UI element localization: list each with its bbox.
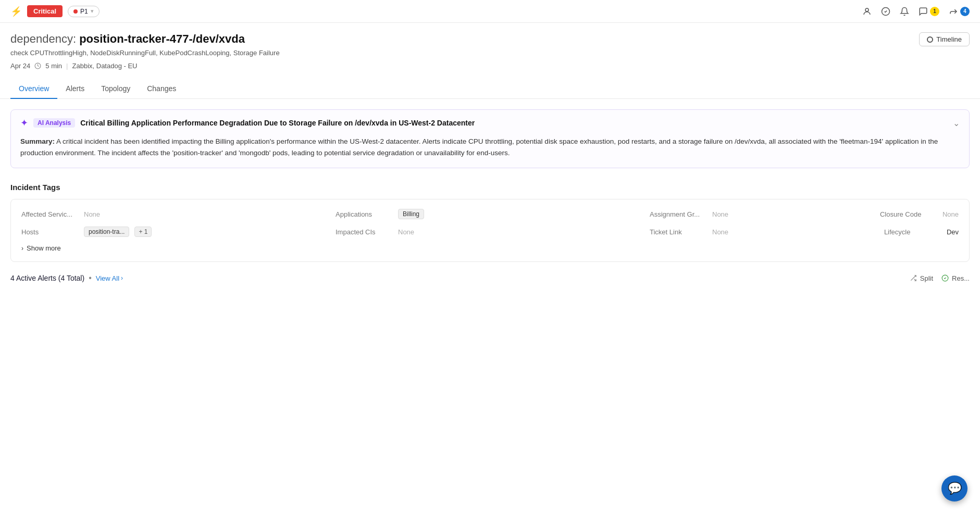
chevron-right-icon-2: ›: [121, 274, 123, 282]
severity-badge: Critical: [27, 5, 63, 17]
tag-label-hosts: Hosts: [21, 228, 79, 236]
split-button[interactable]: Split: [910, 274, 933, 282]
tag-value-assignment: None: [712, 210, 728, 218]
toolbar-right: 1 4: [862, 7, 970, 16]
timeline-button[interactable]: Timeline: [919, 32, 970, 46]
incident-prefix: dependency:: [10, 32, 76, 45]
incident-title: dependency: position-tracker-477-/dev/xv…: [10, 32, 280, 46]
priority-chevron: ▾: [91, 8, 94, 15]
tag-affected-services: Affected Servic... None: [21, 209, 330, 219]
tag-value-closure: None: [942, 210, 959, 218]
tag-ticket-link: Ticket Link None Lifecycle Dev: [650, 227, 959, 237]
timeline-icon: [927, 36, 933, 43]
priority-label: P1: [80, 8, 88, 15]
alerts-bar: 4 Active Alerts (4 Total) • View All › S…: [10, 273, 970, 283]
view-all-label: View All: [96, 274, 119, 282]
tag-impacted-cis: Impacted CIs None: [336, 227, 644, 237]
tag-label-applications: Applications: [336, 210, 393, 218]
summary-label: Summary:: [20, 137, 55, 145]
resolve-icon: [941, 274, 949, 282]
split-icon: [910, 274, 917, 282]
comment-icon: [919, 7, 928, 16]
ai-badge: AI Analysis: [33, 118, 75, 128]
view-all-link[interactable]: View All ›: [96, 274, 123, 282]
assign-button[interactable]: [862, 7, 872, 16]
timeline-label: Timeline: [936, 35, 962, 43]
tag-value-ticket: None: [712, 228, 728, 236]
tag-label-impacted: Impacted CIs: [336, 228, 393, 236]
incident-date: Apr 24: [10, 62, 30, 70]
resolve-button[interactable]: Res...: [941, 274, 970, 282]
tag-value-affected: None: [84, 210, 100, 218]
tag-chip-host: position-tra...: [84, 227, 129, 237]
dot-separator: •: [89, 273, 92, 283]
top-bar: ⚡ Critical P1 ▾ 1 4: [0, 0, 980, 23]
alerts-left: 4 Active Alerts (4 Total) • View All ›: [10, 273, 123, 283]
alerts-summary: 4 Active Alerts (4 Total): [10, 274, 84, 282]
tag-assignment: Assignment Gr... None Closure Code None: [650, 209, 959, 219]
tab-topology[interactable]: Topology: [93, 79, 139, 99]
share-button[interactable]: 4: [949, 7, 970, 16]
acknowledge-button[interactable]: [881, 7, 890, 16]
show-more-button[interactable]: › Show more: [21, 244, 959, 252]
ai-card-body: Summary: A critical incident has been id…: [11, 136, 969, 168]
resolve-label: Res...: [952, 274, 970, 282]
tag-label-assignment: Assignment Gr...: [650, 210, 707, 218]
incident-subtitle: check CPUThrottlingHigh, NodeDiskRunning…: [10, 49, 280, 57]
incident-meta: Apr 24 5 min | Zabbix, Datadog - EU: [10, 62, 280, 70]
bell-button[interactable]: [900, 7, 909, 16]
tag-label-lifecycle: Lifecycle: [884, 228, 941, 236]
tab-overview[interactable]: Overview: [10, 79, 57, 99]
tags-container: Affected Servic... None Applications Bil…: [10, 199, 970, 262]
tag-label-closure: Closure Code: [880, 210, 937, 218]
priority-badge[interactable]: P1 ▾: [68, 6, 100, 17]
incident-duration: 5 min: [45, 62, 62, 70]
tag-label-affected: Affected Servic...: [21, 210, 79, 218]
ai-analysis-card: ✦ AI Analysis Critical Billing Applicati…: [10, 109, 970, 168]
tab-changes[interactable]: Changes: [139, 79, 184, 99]
priority-dot: [73, 9, 78, 14]
incident-header: dependency: position-tracker-477-/dev/xv…: [0, 23, 980, 74]
incident-sources: Zabbix, Datadog - EU: [72, 62, 138, 70]
tag-chip-more: + 1: [134, 227, 152, 237]
lightning-icon: ⚡: [10, 6, 22, 17]
person-icon: [862, 7, 872, 16]
sparkle-icon: ✦: [20, 117, 28, 129]
tag-hosts: Hosts position-tra... + 1: [21, 227, 330, 237]
summary-text: A critical incident has been identified …: [20, 137, 938, 157]
bell-icon: [900, 7, 909, 16]
main-content: ✦ AI Analysis Critical Billing Applicati…: [0, 99, 980, 298]
check-circle-icon: [881, 7, 890, 16]
tag-applications: Applications Billing: [336, 209, 644, 219]
tabs-container: Overview Alerts Topology Changes: [0, 79, 980, 99]
svg-point-0: [865, 8, 869, 11]
clock-icon: [34, 62, 41, 69]
incident-tags-title: Incident Tags: [10, 183, 970, 192]
comment-count: 1: [930, 7, 939, 16]
incident-name: position-tracker-477-/dev/xvda: [79, 32, 245, 45]
alerts-right: Split Res...: [910, 274, 970, 282]
tag-value-lifecycle: Dev: [947, 228, 959, 236]
tag-chip-billing: Billing: [398, 209, 424, 219]
chevron-right-icon: ›: [21, 245, 23, 252]
comment-button[interactable]: 1: [919, 7, 939, 16]
ai-card-title: Critical Billing Application Performance…: [80, 119, 948, 127]
ai-card-header[interactable]: ✦ AI Analysis Critical Billing Applicati…: [11, 110, 969, 136]
tab-alerts[interactable]: Alerts: [57, 79, 93, 99]
split-label: Split: [920, 274, 933, 282]
tag-value-impacted: None: [398, 228, 414, 236]
tag-label-ticket: Ticket Link: [650, 228, 707, 236]
chevron-down-icon: ⌄: [953, 118, 960, 128]
share-icon: [949, 7, 958, 16]
share-count: 4: [960, 7, 970, 16]
show-more-label: Show more: [27, 244, 61, 252]
